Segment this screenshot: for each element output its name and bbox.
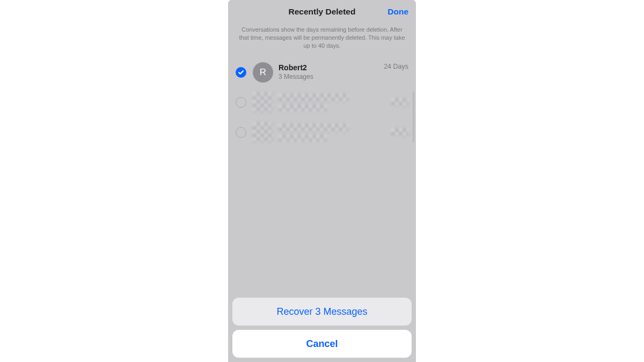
recover-button[interactable]: Recover 3 Messages (232, 298, 412, 326)
scrollbar[interactable] (413, 91, 414, 143)
redacted-line (279, 124, 348, 132)
redacted-line (279, 105, 327, 111)
redacted-days (391, 98, 408, 107)
cancel-button[interactable]: Cancel (232, 330, 412, 358)
redacted-content (253, 92, 408, 113)
select-circle-checked[interactable] (236, 67, 246, 78)
conversation-list: R Robert2 3 Messages 24 Days (228, 57, 416, 293)
stage: Recently Deleted Done Conversations show… (0, 0, 644, 362)
conversation-subtitle: 3 Messages (279, 73, 379, 80)
action-sheet: Recover 3 Messages Cancel (228, 293, 416, 362)
avatar: R (253, 62, 273, 83)
redacted-line (279, 94, 348, 102)
redacted-days (391, 128, 408, 137)
conversation-row[interactable]: R Robert2 3 Messages 24 Days (228, 57, 416, 87)
conversation-meta: Robert2 3 Messages (279, 63, 379, 80)
phone-screen: Recently Deleted Done Conversations show… (228, 0, 416, 362)
redacted-content (253, 122, 408, 143)
redacted-avatar (253, 92, 273, 113)
select-circle-unchecked[interactable] (236, 97, 246, 108)
page-title: Recently Deleted (289, 7, 356, 17)
checkmark-icon (238, 69, 244, 76)
select-circle-unchecked[interactable] (236, 127, 246, 138)
conversation-name: Robert2 (279, 63, 379, 72)
description-text: Conversations show the days remaining be… (228, 24, 416, 57)
redacted-avatar (253, 122, 273, 143)
conversation-row-redacted[interactable] (228, 87, 416, 117)
conversation-row-redacted[interactable] (228, 117, 416, 147)
days-remaining-label: 24 Days (384, 63, 408, 70)
header: Recently Deleted Done (228, 0, 416, 24)
done-button[interactable]: Done (387, 7, 408, 17)
redacted-line (279, 135, 327, 141)
